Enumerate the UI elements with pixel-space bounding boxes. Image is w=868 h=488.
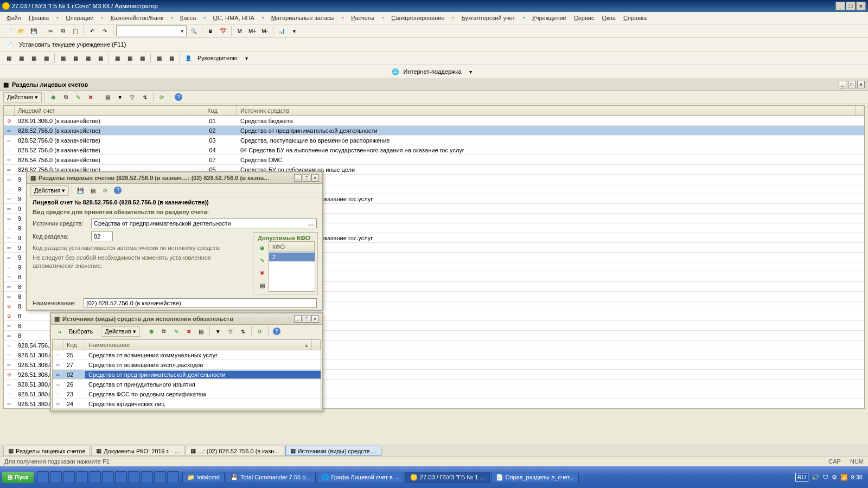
menu-item[interactable]: ▪Материальные запасы [259,13,338,23]
t-icon[interactable]: ▦ [3,53,14,63]
table-row[interactable]: ═828.54.756.0 (в казначействе)07Средства… [4,155,864,165]
source-input[interactable]: Средства от предпринимательской деятельн… [91,219,317,228]
picker-col-name[interactable]: Наименование▴ [85,340,312,350]
kfo-edit-icon[interactable] [257,255,267,266]
save-icon[interactable]: 💾 [28,25,39,36]
col-code[interactable]: Код [188,106,237,115]
copy-icon[interactable]: ⧉ [58,25,68,36]
ql-icon[interactable] [154,471,166,483]
dlg-close-button[interactable]: × [311,315,319,323]
taskbar-app-button[interactable]: 📄Справ_разделы л_счет... [491,472,579,483]
copy-row-icon[interactable]: ⧉ [60,92,71,102]
menu-item[interactable]: ▪ОС, НМА, НПА [200,13,257,23]
picker-icon[interactable]: … [308,220,314,227]
cut-icon[interactable]: ✂ [45,25,56,36]
minimize-button[interactable]: _ [835,2,845,10]
person-icon[interactable]: 👤 [183,53,194,63]
t-icon[interactable]: ▦ [154,53,164,63]
taskbar-app-button[interactable]: 💾Total Commander 7.55 p... [226,472,316,483]
ql-icon[interactable] [128,471,140,483]
picker-col-code[interactable]: Код [63,340,85,350]
mdi-tab[interactable]: ▦...: (02) 828.52.756.0 (в казн... [186,446,284,456]
delete-icon[interactable] [85,92,96,102]
hierarchy-icon[interactable]: ▤ [196,326,207,337]
mem-mminus[interactable]: M- [259,25,270,36]
calc-icon[interactable]: 🖩 [205,25,216,36]
clock[interactable]: 9:38 [851,474,863,480]
ql-icon[interactable] [102,471,114,483]
calendar-icon[interactable]: 📅 [218,25,228,36]
undo-icon[interactable]: ↶ [87,25,98,36]
menu-item[interactable]: ▪Казначейство/Банк [98,13,167,23]
taskbar-app-button[interactable]: 🟡27.03 / ГБУЗ "ГБ № 1 ... [405,472,489,483]
list-item[interactable]: ═27Средства от возмещения экспл.расходов [53,360,321,370]
select-icon[interactable]: ↳ [54,326,65,337]
ql-icon[interactable] [63,471,75,483]
ql-icon[interactable] [50,471,62,483]
sort-icon[interactable]: ⇅ [238,326,248,337]
mdi-tab[interactable]: ▦Источники (виды) средств ... [285,446,381,456]
dlg-min-button[interactable]: _ [294,174,302,182]
t-icon[interactable]: ▦ [58,53,68,63]
col-source[interactable]: Источник средств [237,106,856,115]
menu-item[interactable]: ▪Расчеты [339,13,378,23]
close-button[interactable]: × [856,2,866,10]
dd-icon[interactable]: ▾ [465,66,476,77]
table-row[interactable]: ═828.52.756.0 (в казначействе)04 04 Сред… [4,145,864,155]
more-dd[interactable]: ▾ [289,25,299,36]
hierarchy-icon[interactable]: ▤ [102,92,113,102]
nav-combo[interactable]: ▾ [116,25,187,36]
find-icon[interactable]: 🔍 [188,25,199,36]
menu-item[interactable]: Окна [598,14,619,22]
table-row[interactable]: ⊘928.91.306.0 (в казначействе)01Средства… [4,116,864,126]
dlg-max-button[interactable]: □ [303,174,310,182]
col-account[interactable]: Лицевой счет [15,106,188,115]
redo-icon[interactable]: ↷ [99,25,110,36]
ql-icon[interactable] [37,471,49,483]
kfo-delete-icon[interactable] [257,267,267,278]
menu-item[interactable]: ▪Касса [168,13,200,23]
ql-icon[interactable] [167,471,179,483]
tray-icon[interactable]: 📶 [840,474,848,481]
menu-item[interactable]: ▪Бухгалтерский учет [449,13,519,23]
mdi-tab[interactable]: ▦Документы РКО: 2019 г. - ... [91,446,184,456]
filter-icon[interactable]: ▼ [213,326,224,337]
mdi-tab[interactable]: ▦Разделы лицевых счетов [3,446,90,456]
menu-item[interactable]: Правка [25,14,52,22]
actions-button[interactable]: Действия ▾ [3,92,42,102]
dlg-max-button[interactable]: □ [303,315,310,323]
dlg-min-button[interactable]: _ [294,315,302,323]
doc-icon[interactable]: 📄 [3,39,14,50]
internet-support-button[interactable]: Интернет-поддержка [401,67,463,76]
manager-button[interactable]: Руководителю [195,54,239,62]
list-item[interactable]: ═26Средства от принудительного изъятия [53,380,321,389]
refresh-icon[interactable] [254,326,265,337]
actions-button[interactable]: Действия ▾ [101,326,139,337]
taskbar-app-button[interactable]: 🌐Графа Лицевой счет в ... [317,472,405,483]
ql-icon[interactable] [89,471,101,483]
help-icon[interactable] [112,185,123,196]
code-input[interactable]: 02 [91,232,113,241]
save-icon[interactable]: 💾 [75,185,86,196]
t-icon[interactable]: ▦ [70,53,81,63]
new-icon[interactable]: 📄 [3,25,14,36]
mem-m[interactable]: M [234,25,245,36]
copy-icon[interactable]: ⧉ [158,326,169,337]
filter-icon[interactable]: ▼ [114,92,125,102]
ql-icon[interactable] [76,471,88,483]
lang-indicator[interactable]: RU [795,473,808,481]
name-input[interactable]: (02) 828.52.756.0 (в казначействе) [84,298,317,308]
sort-icon[interactable]: ⇅ [139,92,150,102]
doc-max-button[interactable]: □ [848,81,856,88]
list-item[interactable]: ═02Средства от предпринимательской деяте… [53,370,321,380]
chart-icon[interactable]: 📊 [276,25,287,36]
menu-item[interactable]: ▪Операции [53,13,97,23]
refresh-icon[interactable] [100,185,111,196]
doc-min-button[interactable]: _ [839,81,846,88]
dd-icon[interactable]: ▾ [241,53,252,63]
edit-icon[interactable] [171,326,182,337]
table-row[interactable]: ═828.52.756.0 (в казначействе)02Средства… [4,126,864,136]
menu-item[interactable]: Сервис [571,14,598,22]
t-icon[interactable]: ▦ [137,53,148,63]
start-button[interactable]: ⊞Пуск [2,472,34,483]
